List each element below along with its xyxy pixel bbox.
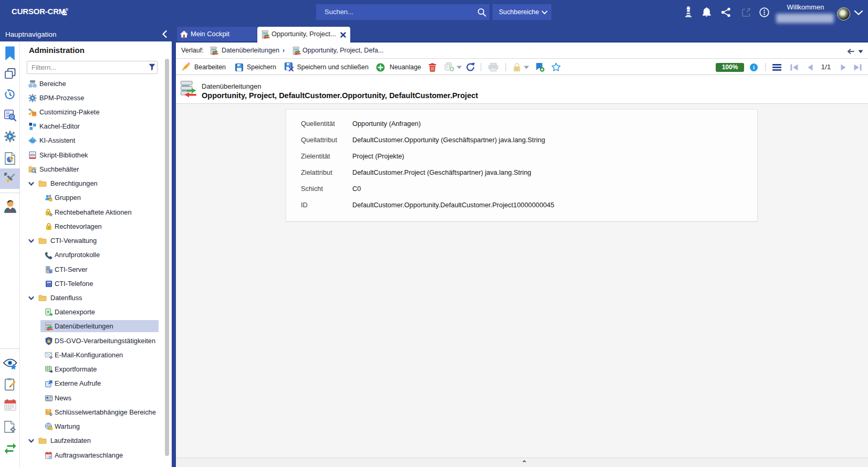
svg-text:</>: </> — [30, 153, 35, 156]
svg-text:X: X — [47, 310, 50, 314]
